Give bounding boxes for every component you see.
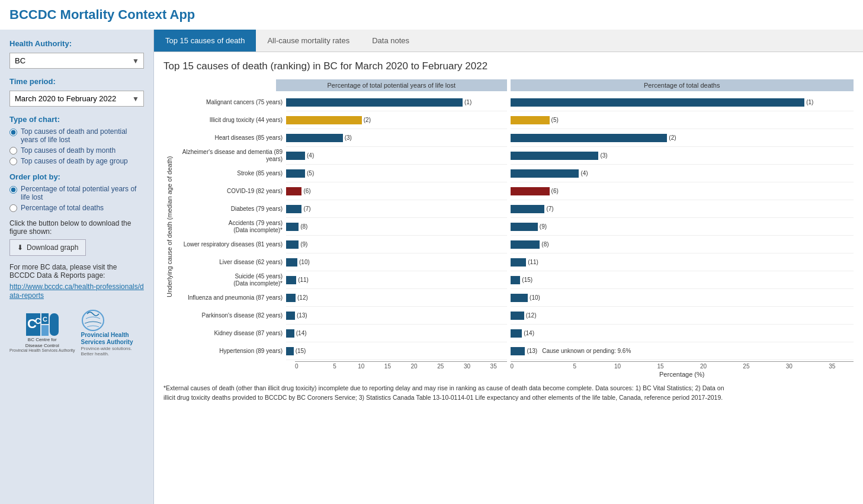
right-rank-4: (4) [580, 170, 588, 176]
cause-unknown-note: Cause unknown or pending: 9.6% [542, 348, 631, 354]
left-rank-12: (13) [297, 312, 307, 319]
y-label-11: Influenza and pneumonia (87 years) [177, 289, 286, 307]
health-authority-select[interactable]: BC [9, 53, 144, 69]
download-label: Download graph [27, 243, 78, 252]
left-bar-row-6: (7) [286, 200, 507, 218]
order-option-1[interactable]: Percentage of total potential years of l… [9, 185, 144, 201]
right-x-tick-0: 0 [511, 363, 553, 370]
dual-chart: Percentage of total potential years of l… [163, 79, 854, 378]
health-authority-label: Health Authority: [9, 39, 144, 48]
left-rank-9: (10) [299, 259, 310, 265]
tab-allcause[interactable]: All-cause mortality rates [256, 30, 361, 52]
left-x-tick-7: 35 [480, 363, 507, 370]
left-rank-1: (2) [364, 117, 371, 123]
left-bar-row-14: (15) [286, 342, 507, 360]
right-x-tick-3: 15 [639, 363, 682, 370]
chart-content: Top 15 causes of death (ranking) in BC f… [154, 52, 863, 411]
right-bar-row-7: (9) [511, 218, 854, 236]
right-bar-row-6: (7) [511, 200, 854, 218]
left-x-tick-5: 25 [427, 363, 454, 370]
tab-datanotes[interactable]: Data notes [361, 30, 421, 52]
left-bars: (1)(2)(3)(4)(5)(6)(7)(8)(9)(10)(11)(12)(… [286, 94, 507, 360]
right-rank-5: (6) [551, 188, 559, 194]
left-bar-row-12: (13) [286, 307, 507, 325]
footnote: *External causes of death (other than il… [163, 384, 726, 403]
more-data-link[interactable]: http://www.bccdc.ca/health-professionals… [9, 283, 144, 300]
y-axis-labels: Malignant cancers (75 years)Illicit drug… [177, 94, 286, 360]
right-bar-row-8: (8) [511, 236, 854, 253]
right-bar-row-9: (11) [511, 253, 854, 271]
bccdc-subtitle: Provincial Health Services Authority [9, 348, 75, 352]
order-option-2[interactable]: Percentage of total deaths [9, 204, 144, 212]
y-label-6: Diabetes (79 years) [177, 200, 286, 218]
y-label-13: Kidney disease (87 years) [177, 325, 286, 342]
right-rank-7: (9) [540, 223, 547, 230]
right-x-tick-5: 25 [725, 363, 768, 370]
svg-rect-2 [41, 325, 49, 336]
left-rank-3: (4) [307, 152, 314, 159]
svg-rect-3 [50, 313, 59, 336]
right-x-tick-1: 5 [553, 363, 596, 370]
right-bar-row-1: (5) [511, 111, 854, 129]
right-bar-row-2: (2) [511, 129, 854, 147]
download-prompt: Click the button below to download the f… [9, 219, 144, 236]
right-rank-11: (10) [530, 294, 540, 301]
phsa-tagline: Province-wide solutions. Better health. [81, 346, 133, 357]
left-bar-row-4: (5) [286, 165, 507, 182]
left-rank-8: (9) [300, 241, 307, 248]
left-rank-7: (8) [300, 223, 307, 230]
tab-top15[interactable]: Top 15 causes of death [154, 30, 256, 52]
right-bar-row-5: (6) [511, 182, 854, 200]
order-by-radio-group: Percentage of total potential years of l… [9, 185, 144, 212]
sidebar: Health Authority: BC ▼ Time period: Marc… [0, 30, 154, 504]
left-bar-row-9: (10) [286, 253, 507, 271]
left-bar-row-8: (9) [286, 236, 507, 253]
download-graph-button[interactable]: ⬇ Download graph [9, 239, 86, 256]
y-label-5: COVID-19 (82 years) [177, 182, 286, 200]
right-rank-8: (8) [541, 241, 548, 248]
right-rank-2: (2) [669, 134, 676, 141]
chart-type-option-2[interactable]: Top causes of death by month [9, 146, 144, 155]
tab-bar: Top 15 causes of death All-cause mortali… [154, 30, 863, 52]
right-chart-header: Percentage of total deaths [511, 79, 854, 91]
svg-text:C: C [43, 316, 47, 323]
left-bar-row-1: (2) [286, 111, 507, 129]
right-rank-1: (5) [551, 117, 559, 123]
right-rank-10: (15) [522, 277, 532, 283]
phsa-name: Provincial Health Services Authority [81, 332, 133, 346]
y-label-0: Malignant cancers (75 years) [177, 94, 286, 111]
y-label-12: Parkinson's disease (82 years) [177, 307, 286, 325]
time-period-label: Time period: [9, 77, 144, 86]
left-rank-5: (6) [303, 188, 310, 194]
left-bar-row-2: (3) [286, 129, 507, 147]
chart-type-option-1[interactable]: Top causes of death and potential years … [9, 127, 144, 144]
x-axis-label: Percentage (%) [511, 371, 854, 378]
left-chart-panel: Percentage of total potential years of l… [163, 79, 507, 378]
right-rank-14: (13) [527, 348, 537, 354]
left-rank-0: (1) [464, 99, 471, 105]
download-icon: ⬇ [17, 243, 23, 252]
order-by-label: Order plot by: [9, 172, 144, 181]
phsa-logo-icon [81, 309, 105, 332]
right-x-tick-2: 10 [596, 363, 639, 370]
left-bar-row-11: (12) [286, 289, 507, 307]
left-x-tick-4: 20 [401, 363, 428, 370]
left-rank-14: (15) [296, 348, 306, 354]
left-chart-header: Percentage of total potential years of l… [276, 79, 507, 91]
right-bar-row-3: (3) [511, 147, 854, 165]
app-header: BCCDC Mortality Context App [0, 0, 863, 30]
left-x-tick-6: 30 [454, 363, 480, 370]
right-bar-row-10: (15) [511, 271, 854, 289]
chart-type-label: Type of chart: [9, 115, 144, 124]
y-label-10: Suicide (45 years)(Data incomplete)* [177, 271, 286, 289]
y-label-8: Lower respiratory diseases (81 years) [177, 236, 286, 253]
more-data-text: For more BC data, please visit the BCCDC… [9, 263, 144, 280]
phsa-logo: Provincial Health Services Authority Pro… [81, 309, 133, 357]
time-period-select[interactable]: March 2020 to February 2022 [9, 91, 144, 107]
right-bar-row-4: (4) [511, 165, 854, 182]
chart-type-option-3[interactable]: Top causes of death by age group [9, 157, 144, 165]
bccdc-logo-icon: C C C [26, 313, 59, 336]
right-bar-row-0: (1) [511, 94, 854, 111]
left-bar-row-0: (1) [286, 94, 507, 111]
right-rank-0: (1) [806, 99, 813, 105]
